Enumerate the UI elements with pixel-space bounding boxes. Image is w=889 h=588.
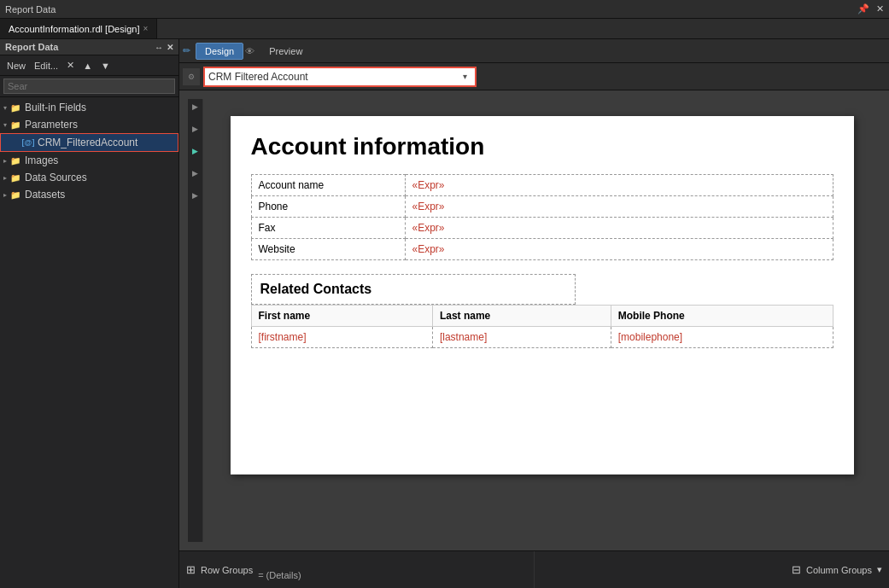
expand-arrow-3[interactable]: ▶	[192, 147, 198, 155]
new-button[interactable]: New	[3, 59, 29, 73]
sidebar-close-icon[interactable]: ✕	[167, 43, 173, 52]
col-header-mobilephone: Mobile Phone	[611, 306, 833, 327]
tab-close-icon[interactable]: ×	[143, 24, 148, 33]
field-value-account-name[interactable]: «Expr»	[405, 175, 833, 196]
sidebar-item-parameters[interactable]: ▾ 📁 Parameters	[0, 116, 178, 133]
folder-icon-params: 📁	[9, 118, 22, 131]
design-pencil-icon: ✏	[183, 45, 190, 56]
sidebar-item-datasources[interactable]: ▸ 📁 Data Sources	[0, 169, 178, 186]
col-header-firstname: First name	[251, 306, 432, 327]
tab-label: AccountInformation.rdl [Design]	[9, 24, 139, 34]
sidebar-label-images: Images	[25, 154, 58, 166]
related-contacts-section: Related Contacts First name Last name Mo…	[251, 274, 833, 348]
main-layout: Report Data ↔ ✕ New Edit... ✕ ▲ ▼ ▾ 📁 Bu…	[0, 39, 889, 588]
folder-icon-images: 📁	[9, 154, 22, 167]
folder-icon: 📁	[9, 101, 22, 114]
chevron-right-icon-datasets: ▸	[3, 191, 7, 199]
related-contacts-header: Related Contacts	[251, 274, 576, 305]
sidebar: Report Data ↔ ✕ New Edit... ✕ ▲ ▼ ▾ 📁 Bu…	[0, 39, 179, 588]
sidebar-item-crm-filtered[interactable]: [@] CRM_FilteredAccount	[0, 133, 178, 152]
bottom-right: ⊟ Column Groups ▾	[535, 551, 889, 588]
cell-firstname[interactable]: [firstname]	[251, 327, 432, 348]
report-title: Account information	[251, 133, 833, 160]
table-row: Website «Expr»	[251, 239, 833, 260]
title-bar: Report Data 📌 ✕	[0, 0, 889, 19]
parameter-row: ⚙ ▾	[179, 63, 889, 90]
tab-design[interactable]: AccountInformation.rdl [Design] ×	[0, 19, 157, 38]
cell-lastname[interactable]: [lastname]	[432, 327, 611, 348]
account-fields-table: Account name «Expr» Phone «Expr» Fax «Ex…	[251, 174, 833, 260]
design-toolbar: ✏ Design 👁 Preview	[179, 39, 889, 63]
field-label-fax: Fax	[251, 218, 405, 239]
param-icon: [@]	[21, 136, 35, 149]
chevron-down-icon-params: ▾	[3, 121, 7, 129]
title-bar-text: Report Data	[5, 4, 56, 15]
canvas-scroll-area[interactable]: Account information Account name «Expr» …	[203, 99, 880, 542]
field-value-website[interactable]: «Expr»	[405, 239, 833, 260]
contacts-header-row: First name Last name Mobile Phone	[251, 306, 833, 327]
field-label-website: Website	[251, 239, 405, 260]
design-button[interactable]: Design	[196, 43, 243, 60]
folder-icon-ds: 📁	[9, 171, 22, 184]
param-input[interactable]	[208, 71, 459, 83]
field-label-account-name: Account name	[251, 175, 405, 196]
right-panel: ✏ Design 👁 Preview ⚙ ▾ ▶ ▶ ▶ ▶	[179, 39, 889, 588]
delete-button[interactable]: ✕	[63, 58, 78, 73]
sidebar-tree: ▾ 📁 Built-in Fields ▾ 📁 Parameters [@] C…	[0, 97, 178, 588]
details-label: = (Details)	[258, 570, 301, 580]
row-groups-icon: ⊞	[186, 563, 196, 576]
row-groups-label: Row Groups	[201, 565, 253, 575]
param-row-icon: ⚙	[183, 68, 200, 85]
report-page: Account information Account name «Expr» …	[231, 116, 854, 474]
col-groups-dropdown[interactable]: ▾	[877, 564, 882, 575]
expand-arrows-col: ▶ ▶ ▶ ▶ ▶	[188, 99, 203, 542]
table-row: Account name «Expr»	[251, 175, 833, 196]
sidebar-item-builtin-fields[interactable]: ▾ 📁 Built-in Fields	[0, 99, 178, 116]
sidebar-label-parameters: Parameters	[25, 119, 78, 131]
contacts-data-row: [firstname] [lastname] [mobilephone]	[251, 327, 833, 348]
edit-button[interactable]: Edit...	[31, 59, 61, 73]
sidebar-label-crm: CRM_FilteredAccount	[38, 137, 137, 148]
expand-arrow-1[interactable]: ▶	[192, 102, 198, 111]
table-row: Phone «Expr»	[251, 196, 833, 218]
cell-mobilephone[interactable]: [mobilephone]	[611, 327, 833, 348]
sidebar-title: Report Data ↔ ✕	[0, 39, 178, 55]
col-groups-icon: ⊟	[792, 563, 801, 576]
sidebar-pin-icon[interactable]: ↔	[155, 43, 163, 52]
param-dropdown-icon[interactable]: ▾	[459, 69, 471, 84]
pin-icon[interactable]: 📌	[857, 3, 869, 15]
expand-arrow-5[interactable]: ▶	[192, 191, 198, 200]
bottom-panel: ⊞ Row Groups = (Details) ⊟ Column Groups…	[179, 550, 889, 588]
canvas-area[interactable]: ▶ ▶ ▶ ▶ ▶ Account information Account na	[179, 90, 889, 550]
sidebar-toolbar: New Edit... ✕ ▲ ▼	[0, 55, 178, 76]
chevron-down-icon: ▾	[3, 104, 7, 112]
canvas-with-sidebar: ▶ ▶ ▶ ▶ ▶ Account information Account na	[188, 99, 880, 542]
param-input-wrapper[interactable]: ▾	[203, 67, 477, 87]
sidebar-title-text: Report Data	[5, 42, 58, 52]
expand-arrow-2[interactable]: ▶	[192, 125, 198, 133]
sidebar-label-datasets: Datasets	[25, 189, 65, 201]
chevron-right-icon-images: ▸	[3, 157, 7, 165]
sidebar-title-controls: ↔ ✕	[155, 43, 173, 52]
sidebar-label-datasources: Data Sources	[25, 172, 87, 183]
close-panel-icon[interactable]: ✕	[876, 3, 884, 15]
field-label-phone: Phone	[251, 196, 405, 218]
bottom-left: ⊞ Row Groups = (Details)	[179, 551, 535, 588]
move-up-button[interactable]: ▲	[79, 59, 96, 73]
preview-eye-icon: 👁	[245, 46, 254, 56]
folder-icon-datasets: 📁	[9, 188, 22, 201]
sidebar-item-datasets[interactable]: ▸ 📁 Datasets	[0, 186, 178, 203]
chevron-right-icon-ds: ▸	[3, 174, 7, 182]
expand-arrow-4[interactable]: ▶	[192, 169, 198, 178]
sidebar-label-builtin: Built-in Fields	[25, 102, 86, 114]
search-input[interactable]	[3, 79, 175, 94]
field-value-phone[interactable]: «Expr»	[405, 196, 833, 218]
search-area	[0, 76, 178, 97]
sidebar-item-images[interactable]: ▸ 📁 Images	[0, 152, 178, 169]
col-groups-label: Column Groups	[806, 565, 872, 575]
col-header-lastname: Last name	[432, 306, 611, 327]
preview-button[interactable]: Preview	[260, 43, 312, 60]
move-down-button[interactable]: ▼	[97, 59, 114, 73]
contacts-table: First name Last name Mobile Phone [first…	[251, 305, 833, 348]
field-value-fax[interactable]: «Expr»	[405, 218, 833, 239]
